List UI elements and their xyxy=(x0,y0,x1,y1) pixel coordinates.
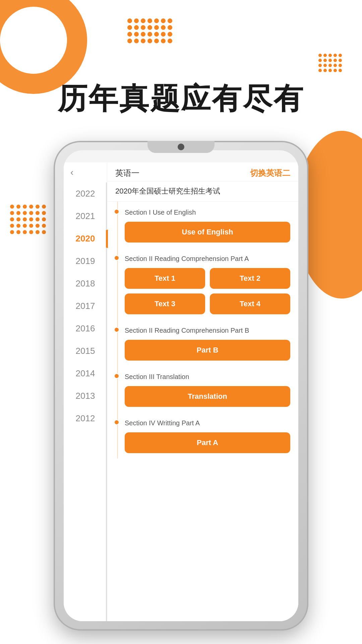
section-2-row: Section II Reading Comprehension Part A … xyxy=(107,248,298,320)
sections-container: Section I Use of English Use of English … xyxy=(107,202,298,459)
part-b-button[interactable]: Part B xyxy=(125,340,290,361)
section-1-label: Section I Use of English xyxy=(125,208,290,217)
bg-dots-top-right xyxy=(318,54,342,72)
phone-camera xyxy=(178,144,184,150)
year-item-2017[interactable]: 2017 xyxy=(64,295,107,317)
use-of-english-button[interactable]: Use of English xyxy=(125,222,290,243)
text2-button[interactable]: Text 2 xyxy=(210,268,290,289)
section-5-buttons: Part A xyxy=(125,432,290,453)
section-3-dot xyxy=(114,327,119,332)
section-4-buttons: Translation xyxy=(125,386,290,407)
content-header: 英语一 切换英语二 xyxy=(107,162,298,181)
text4-button[interactable]: Text 4 xyxy=(210,293,290,314)
section-3-label: Section II Reading Comprehension Part B xyxy=(125,326,290,335)
year-item-2020[interactable]: 2020 xyxy=(64,227,107,250)
part-a-button[interactable]: Part A xyxy=(125,432,290,453)
screen-content: ‹ 2022 2021 2020 2019 2018 2017 2016 201… xyxy=(64,162,298,621)
section-1-row: Section I Use of English Use of English xyxy=(107,202,298,248)
section-1-dot xyxy=(114,209,119,214)
section-5-label: Section IV Writting Part A xyxy=(125,418,290,428)
lang-switch-button[interactable]: 切换英语二 xyxy=(250,168,290,178)
phone-mockup: ‹ 2022 2021 2020 2019 2018 2017 2016 201… xyxy=(54,141,308,631)
lang-title: 英语一 xyxy=(115,168,139,178)
year-sidebar: ‹ 2022 2021 2020 2019 2018 2017 2016 201… xyxy=(64,162,107,621)
section-3-row: Section II Reading Comprehension Part B … xyxy=(107,320,298,366)
phone-outer: ‹ 2022 2021 2020 2019 2018 2017 2016 201… xyxy=(54,141,308,631)
main-content-area: 英语一 切换英语二 2020年全国硕士研究生招生考试 Section I Use… xyxy=(107,162,298,621)
bg-dots-left-mid xyxy=(10,205,46,234)
year-item-2022[interactable]: 2022 xyxy=(64,182,107,205)
year-item-2014[interactable]: 2014 xyxy=(64,362,107,385)
year-item-2018[interactable]: 2018 xyxy=(64,272,107,295)
section-2-dot xyxy=(114,255,119,261)
text1-button[interactable]: Text 1 xyxy=(125,268,205,289)
page-heading: 历年真题应有尽有 xyxy=(0,79,362,119)
section-4-row: Section III Translation Translation xyxy=(107,366,298,412)
section-4-label: Section III Translation xyxy=(125,372,290,381)
year-item-2016[interactable]: 2016 xyxy=(64,317,107,340)
section-4-dot xyxy=(114,373,119,379)
section-1-buttons: Use of English xyxy=(125,222,290,243)
translation-button[interactable]: Translation xyxy=(125,386,290,407)
section-2-buttons: Text 1 Text 2 Text 3 Text 4 xyxy=(125,268,290,314)
section-5-row: Section IV Writting Part A Part A xyxy=(107,412,298,459)
back-button[interactable]: ‹ xyxy=(70,167,73,178)
year-item-2019[interactable]: 2019 xyxy=(64,250,107,272)
text3-button[interactable]: Text 3 xyxy=(125,293,205,314)
bg-dots-top-center xyxy=(127,18,172,43)
section-5-dot xyxy=(114,420,119,425)
year-item-2012[interactable]: 2012 xyxy=(64,407,107,430)
exam-title: 2020年全国硕士研究生招生考试 xyxy=(107,181,298,202)
section-2-label: Section II Reading Comprehension Part A xyxy=(125,254,290,263)
year-item-2013[interactable]: 2013 xyxy=(64,385,107,407)
year-item-2021[interactable]: 2021 xyxy=(64,205,107,227)
phone-notch xyxy=(147,141,215,153)
section-3-buttons: Part B xyxy=(125,340,290,361)
year-item-2015[interactable]: 2015 xyxy=(64,340,107,362)
phone-inner: ‹ 2022 2021 2020 2019 2018 2017 2016 201… xyxy=(64,150,298,621)
